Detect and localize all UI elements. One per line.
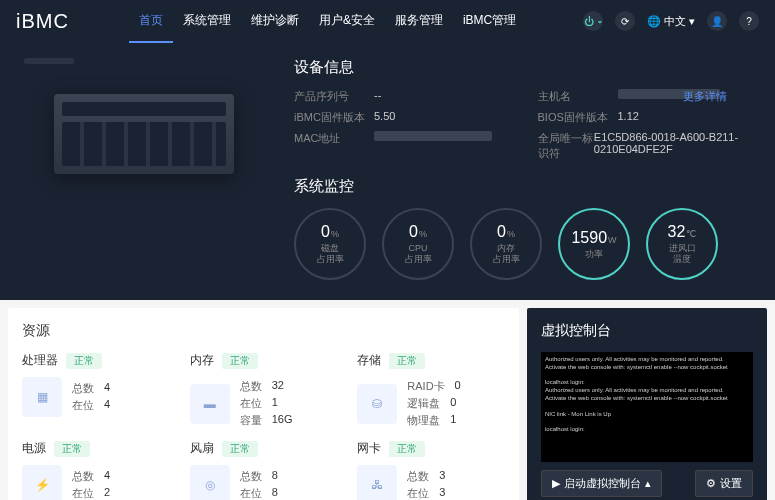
nav-home[interactable]: 首页 [129, 0, 173, 43]
resource-icon: ⚡ [22, 465, 62, 500]
gauge-1[interactable]: 0%CPU占用率 [382, 208, 454, 280]
language-selector[interactable]: 🌐 中文 ▾ [647, 14, 695, 29]
status-badge: 正常 [222, 441, 258, 457]
gauge-0[interactable]: 0%磁盘占用率 [294, 208, 366, 280]
resource-电源[interactable]: 电源正常⚡总数4在位2 [22, 440, 170, 500]
resource-内存[interactable]: 内存正常▬总数32在位1容量16G [190, 352, 338, 430]
help-icon[interactable]: ? [739, 11, 759, 31]
info-value: 1.12 [618, 110, 639, 125]
model-placeholder [24, 58, 74, 64]
info-value: 5.50 [374, 110, 395, 125]
info-label: iBMC固件版本 [294, 110, 374, 125]
info-value: E1C5D866-0018-A600-B211-0210E04DFE2F [594, 131, 751, 161]
status-badge: 正常 [389, 441, 425, 457]
nav-service[interactable]: 服务管理 [385, 0, 453, 43]
user-icon[interactable]: 👤 [707, 11, 727, 31]
console-preview[interactable]: Authorized users only. All activities ma… [541, 352, 753, 462]
info-label: 主机名 [538, 89, 618, 104]
resource-icon: 🖧 [357, 465, 397, 500]
info-value: -- [374, 89, 381, 104]
more-details-link[interactable]: 更多详情 [683, 89, 727, 104]
info-label: MAC地址 [294, 131, 374, 161]
console-settings-button[interactable]: ⚙ 设置 [695, 470, 753, 497]
info-value: ██████████ [374, 131, 492, 141]
resource-网卡[interactable]: 网卡正常🖧总数3在位3 [357, 440, 505, 500]
resource-icon: ◎ [190, 465, 230, 500]
nav-maintenance[interactable]: 维护诊断 [241, 0, 309, 43]
gauge-4[interactable]: 32℃进风口温度 [646, 208, 718, 280]
brand-logo: iBMC [16, 10, 69, 33]
status-badge: 正常 [66, 353, 102, 369]
resource-风扇[interactable]: 风扇正常◎总数8在位8 [190, 440, 338, 500]
resource-icon: ⛁ [357, 384, 397, 424]
info-label: 产品序列号 [294, 89, 374, 104]
resource-处理器[interactable]: 处理器正常▦总数4在位4 [22, 352, 170, 430]
status-badge: 正常 [389, 353, 425, 369]
monitor-title: 系统监控 [294, 177, 751, 196]
resource-icon: ▦ [22, 377, 62, 417]
gauge-2[interactable]: 0%内存占用率 [470, 208, 542, 280]
main-nav: 首页 系统管理 维护诊断 用户&安全 服务管理 iBMC管理 [129, 0, 526, 43]
status-badge: 正常 [222, 353, 258, 369]
power-icon[interactable]: ⏻ ▾ [583, 11, 603, 31]
device-info-title: 设备信息 [294, 58, 751, 77]
gauge-3[interactable]: 1590W功率 [558, 208, 630, 280]
console-title: 虚拟控制台 [541, 322, 753, 340]
device-image [54, 94, 234, 174]
refresh-icon[interactable]: ⟳ [615, 11, 635, 31]
nav-ibmc[interactable]: iBMC管理 [453, 0, 526, 43]
nav-system[interactable]: 系统管理 [173, 0, 241, 43]
resource-icon: ▬ [190, 384, 230, 424]
info-label: BIOS固件版本 [538, 110, 618, 125]
launch-console-button[interactable]: ▶ 启动虚拟控制台 ▴ [541, 470, 662, 497]
info-label: 全局唯一标识符 [538, 131, 594, 161]
status-badge: 正常 [54, 441, 90, 457]
resource-存储[interactable]: 存储正常⛁RAID卡0逻辑盘0物理盘1 [357, 352, 505, 430]
nav-user-security[interactable]: 用户&安全 [309, 0, 385, 43]
resources-title: 资源 [22, 322, 505, 340]
